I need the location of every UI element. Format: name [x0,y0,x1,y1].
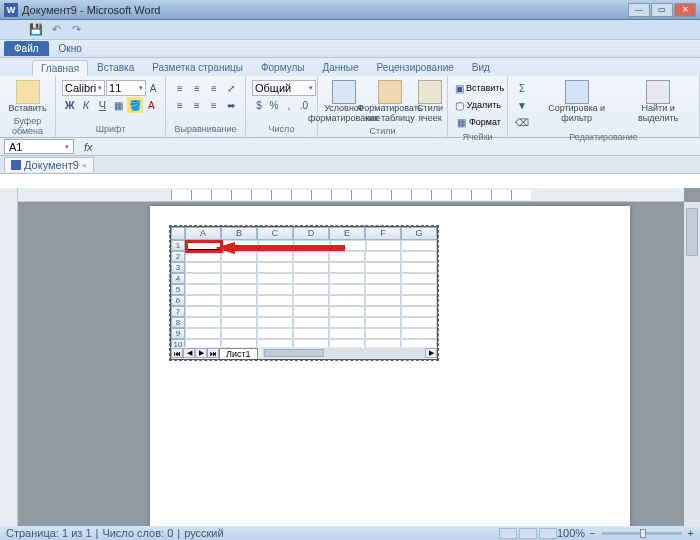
cell[interactable] [365,273,401,284]
align-left-icon[interactable]: ≡ [172,97,188,113]
cell[interactable] [257,295,293,306]
align-right-icon[interactable]: ≡ [206,97,222,113]
delete-cells-icon[interactable]: ▢ [454,97,466,113]
tab-formulas[interactable]: Формулы [252,59,314,76]
font-name-combo[interactable]: Calibri▾ [62,80,105,96]
close-tab-icon[interactable]: × [82,161,87,170]
cell[interactable] [329,262,365,273]
view-print-icon[interactable] [499,528,517,539]
cell[interactable] [293,306,329,317]
cell[interactable] [257,273,293,284]
cell[interactable] [329,328,365,339]
cell[interactable] [293,273,329,284]
cell[interactable] [185,273,221,284]
insert-cells-icon[interactable]: ▣ [454,80,465,96]
cell[interactable] [257,262,293,273]
cell[interactable] [221,328,257,339]
row-header[interactable]: 2 [171,251,185,262]
orientation-icon[interactable]: ⤢ [223,80,239,96]
close-button[interactable]: ✕ [674,3,696,17]
cell[interactable] [221,284,257,295]
cell[interactable] [401,240,437,251]
status-page[interactable]: Страница: 1 из 1 [6,527,92,539]
row-header[interactable]: 1 [171,240,185,251]
menu-window[interactable]: Окно [51,41,90,56]
cell[interactable] [329,284,365,295]
cell[interactable] [185,262,221,273]
view-read-icon[interactable] [519,528,537,539]
sort-filter-button[interactable]: Сортировка и фильтр [534,78,619,126]
format-cells-icon[interactable]: ▦ [454,114,468,130]
sheet-nav-first[interactable]: ⏮ [171,348,183,358]
file-tab[interactable]: Файл [4,41,49,56]
vertical-scrollbar[interactable] [684,202,700,526]
cell[interactable] [401,306,437,317]
cell[interactable] [401,317,437,328]
clear-icon[interactable]: ⌫ [514,114,530,130]
col-header[interactable]: F [365,227,401,240]
fill-icon[interactable]: ▼ [514,97,530,113]
find-select-button[interactable]: Найти и выделить [621,78,695,126]
row-header[interactable]: 5 [171,284,185,295]
status-lang[interactable]: русский [184,527,223,539]
cell[interactable] [293,262,329,273]
autosum-icon[interactable]: Σ [514,80,530,96]
row-header[interactable]: 9 [171,328,185,339]
number-format-combo[interactable]: Общий▾ [252,80,316,96]
grow-font-icon[interactable]: A [147,80,159,96]
col-header[interactable]: G [401,227,437,240]
cell[interactable] [330,240,366,251]
cell[interactable] [221,262,257,273]
select-all-corner[interactable] [171,227,185,240]
redo-icon[interactable]: ↷ [68,22,84,38]
align-center-icon[interactable]: ≡ [189,97,205,113]
paste-button[interactable]: Вставить [4,78,51,116]
col-header[interactable]: E [329,227,365,240]
align-bottom-icon[interactable]: ≡ [206,80,222,96]
tab-insert[interactable]: Вставка [88,59,143,76]
cell[interactable] [365,284,401,295]
cell[interactable] [257,306,293,317]
cell[interactable] [401,284,437,295]
row-header[interactable]: 7 [171,306,185,317]
merge-icon[interactable]: ⬌ [223,97,239,113]
sheet-hscroll[interactable] [262,348,425,358]
tab-home[interactable]: Главная [32,60,88,76]
zoom-level[interactable]: 100% [557,527,585,539]
align-middle-icon[interactable]: ≡ [189,80,205,96]
cell[interactable] [185,328,221,339]
sheet-scroll-right[interactable]: ▶ [425,348,437,358]
cell[interactable] [185,240,223,251]
cell[interactable] [293,295,329,306]
cell[interactable] [257,251,293,262]
cell[interactable] [185,295,221,306]
undo-icon[interactable]: ↶ [48,22,64,38]
sheet-nav-next[interactable]: ▶ [195,348,207,358]
sheet-nav-prev[interactable]: ◀ [183,348,195,358]
cell[interactable] [365,295,401,306]
cell[interactable] [293,284,329,295]
tab-review[interactable]: Рецензирование [368,59,463,76]
tab-view[interactable]: Вид [463,59,499,76]
name-box[interactable]: A1▾ [4,139,74,154]
doc-tab-active[interactable]: Документ9 × [4,157,94,172]
cell[interactable] [221,251,257,262]
col-header[interactable]: B [221,227,257,240]
font-size-combo[interactable]: 11▾ [106,80,146,96]
cell[interactable] [365,251,401,262]
fx-label[interactable]: fx [84,141,93,153]
cell[interactable] [401,251,437,262]
tab-page-layout[interactable]: Разметка страницы [143,59,252,76]
save-icon[interactable]: 💾 [28,22,44,38]
fill-color-button[interactable]: 🪣 [127,97,142,113]
col-header[interactable]: D [293,227,329,240]
align-top-icon[interactable]: ≡ [172,80,188,96]
row-header[interactable]: 3 [171,262,185,273]
cell[interactable] [365,306,401,317]
cell[interactable] [221,306,257,317]
row-header[interactable]: 8 [171,317,185,328]
cell[interactable] [365,262,401,273]
cell[interactable] [221,317,257,328]
zoom-slider[interactable] [602,532,682,535]
underline-button[interactable]: Ч [95,97,110,113]
